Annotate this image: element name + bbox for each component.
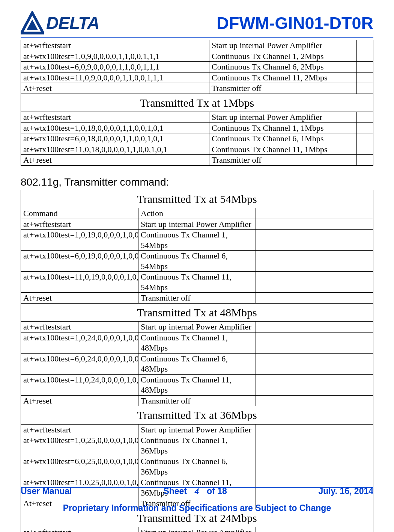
section-row: Transmitted Tx at 36Mbps: [21, 406, 373, 425]
command-cell: At+reset: [21, 293, 138, 304]
command-cell: at+wtx100test=11,0,18,0,0,0,0,1,1,0,0,1,…: [21, 144, 209, 155]
empty-cell: [356, 133, 373, 144]
command-cell: at+wtx100test=6,0,25,0,0,0,0,1,0,0,0,1,5…: [21, 456, 138, 477]
action-cell: Start up internal Power Amplifier: [209, 40, 357, 51]
table-row: at+wtx100test=6,0,9,0,0,0,0,1,1,0,0,1,1,…: [21, 62, 373, 73]
empty-cell: [256, 435, 373, 456]
section-title: Transmitted Tx at 54Mbps: [21, 190, 373, 208]
table-row: at+wtx100test=11,0,18,0,0,0,0,1,1,0,0,1,…: [21, 144, 373, 155]
section-row: Transmitted Tx at 48Mbps: [21, 303, 373, 322]
action-cell: Start up internal Power Amplifier: [138, 424, 256, 435]
product-title: DFWM-GIN01-DT0R: [217, 14, 373, 35]
action-cell: Continuous Tx Channel 1, 54Mbps: [138, 230, 256, 251]
action-cell: Transmitter off: [209, 83, 357, 94]
table-row: at+wrfteststartStart up internal Power A…: [21, 112, 373, 123]
action-cell: Continuous Tx Channel 6, 48Mbps: [138, 353, 256, 374]
action-cell: Continuous Tx Channel 6, 54Mbps: [138, 251, 256, 272]
section-row: Transmitted Tx at 54Mbps: [21, 190, 373, 208]
section-title: Transmitted Tx at 48Mbps: [21, 303, 373, 322]
table-row: at+wtx100test=6,0,24,0,0,0,0,1,0,0,0,1,0…: [21, 353, 373, 374]
command-cell: at+wtx100test=11,0,19,0,0,0,0,1,0,0,0,1,…: [21, 272, 138, 293]
divider-top: [21, 37, 373, 38]
action-cell: Continuous Tx Channel 6, 1Mbps: [209, 133, 357, 144]
action-cell: Transmitter off: [138, 395, 256, 406]
command-cell: at+wtx100test=6,0,24,0,0,0,0,1,0,0,0,1,0…: [21, 353, 138, 374]
action-cell: Transmitter off: [209, 155, 357, 166]
action-cell: Continuous Tx Channel 11, 48Mbps: [138, 374, 256, 395]
action-cell: Start up internal Power Amplifier: [138, 219, 256, 230]
section-row: Transmitted Tx at 1Mbps: [21, 94, 373, 112]
empty-cell: [256, 332, 373, 353]
footer-disclaimer: Proprietary Information and Specificatio…: [21, 503, 373, 513]
table-row: at+wrfteststartStart up internal Power A…: [21, 527, 373, 532]
empty-cell: [256, 293, 373, 304]
empty-cell: [356, 83, 373, 94]
brand-logo: DELTA: [21, 11, 99, 35]
empty-cell: [356, 144, 373, 155]
empty-cell: [256, 219, 373, 230]
command-cell: at+wtx100test=11,0,9,0,0,0,0,1,1,0,0,1,1…: [21, 72, 209, 83]
command-cell: at+wrfteststart: [21, 40, 209, 51]
action-cell: Start up internal Power Amplifier: [138, 322, 256, 332]
table-row: At+resetTransmitter off: [21, 155, 373, 166]
footer-center: Sheet 4 of 18: [163, 486, 227, 496]
action-cell: Continuous Tx Channel 6, 36Mbps: [138, 456, 256, 477]
action-cell: Continuous Tx Channel 1, 48Mbps: [138, 332, 256, 353]
footer: User Manual Sheet 4 of 18 July. 16, 2014…: [21, 486, 373, 513]
table-row: at+wtx100test=11,0,9,0,0,0,0,1,1,0,0,1,1…: [21, 72, 373, 83]
table-row: At+resetTransmitter off: [21, 293, 373, 304]
empty-cell: [256, 374, 373, 395]
table-row: at+wtx100test=6,0,19,0,0,0,0,1,0,0,0,1,4…: [21, 251, 373, 272]
action-cell: Start up internal Power Amplifier: [209, 112, 357, 123]
command-cell: At+reset: [21, 155, 209, 166]
table-row: CommandAction: [21, 208, 373, 219]
footer-left: User Manual: [21, 486, 72, 496]
command-cell: at+wtx100test=1,0,18,0,0,0,0,1,1,0,0,1,0…: [21, 122, 209, 133]
footer-date: July. 16, 2014: [318, 486, 373, 496]
action-cell: Continuous Tx Channel 1, 2Mbps: [209, 51, 357, 62]
command-cell: at+wtx100test=11,0,24,0,0,0,0,1,0,0,0,1,…: [21, 374, 138, 395]
empty-cell: [356, 40, 373, 51]
command-cell: at+wtx100test=1,0,19,0,0,0,0,1,0,0,0,1,4…: [21, 230, 138, 251]
table-row: at+wtx100test=1,0,9,0,0,0,0,1,1,0,0,1,1,…: [21, 51, 373, 62]
table-row: at+wrfteststartStart up internal Power A…: [21, 424, 373, 435]
empty-cell: [356, 155, 373, 166]
empty-cell: [356, 72, 373, 83]
footer-page: 4: [195, 487, 199, 496]
action-cell: Start up internal Power Amplifier: [138, 527, 256, 532]
action-cell: Action: [138, 208, 256, 219]
command-table-2: Transmitted Tx at 54MbpsCommandActionat+…: [21, 190, 373, 532]
table-row: at+wtx100test=6,0,18,0,0,0,0,1,1,0,0,1,0…: [21, 133, 373, 144]
command-cell: at+wrfteststart: [21, 219, 138, 230]
header: DELTA DFWM-GIN01-DT0R: [21, 11, 373, 35]
table-row: at+wrfteststartStart up internal Power A…: [21, 219, 373, 230]
command-cell: at+wtx100test=6,0,9,0,0,0,0,1,1,0,0,1,1,…: [21, 62, 209, 73]
delta-logo-icon: [21, 11, 44, 35]
empty-cell: [256, 527, 373, 532]
empty-cell: [256, 424, 373, 435]
command-cell: at+wtx100test=1,0,24,0,0,0,0,1,0,0,0,1,0…: [21, 332, 138, 353]
footer-sheet: Sheet: [163, 486, 187, 496]
command-cell: At+reset: [21, 83, 209, 94]
command-cell: At+reset: [21, 395, 138, 406]
empty-cell: [256, 230, 373, 251]
table-row: at+wtx100test=1,0,25,0,0,0,0,1,0,0,0,1,5…: [21, 435, 373, 456]
table-row: At+resetTransmitter off: [21, 395, 373, 406]
command-table-1: at+wrfteststartStart up internal Power A…: [21, 40, 373, 166]
empty-cell: [256, 272, 373, 293]
action-cell: Continuous Tx Channel 11, 54Mbps: [138, 272, 256, 293]
table-row: at+wtx100test=11,0,24,0,0,0,0,1,0,0,0,1,…: [21, 374, 373, 395]
empty-cell: [256, 456, 373, 477]
command-cell: at+wtx100test=1,0,25,0,0,0,0,1,0,0,0,1,5…: [21, 435, 138, 456]
empty-cell: [256, 208, 373, 219]
action-cell: Continuous Tx Channel 1, 1Mbps: [209, 122, 357, 133]
table-row: at+wrfteststartStart up internal Power A…: [21, 322, 373, 332]
footer-of: of 18: [207, 486, 227, 496]
command-cell: Command: [21, 208, 138, 219]
empty-cell: [256, 322, 373, 332]
action-cell: Continuous Tx Channel 6, 2Mbps: [209, 62, 357, 73]
empty-cell: [356, 122, 373, 133]
brand-name: DELTA: [46, 13, 99, 33]
command-cell: at+wrfteststart: [21, 424, 138, 435]
empty-cell: [356, 51, 373, 62]
